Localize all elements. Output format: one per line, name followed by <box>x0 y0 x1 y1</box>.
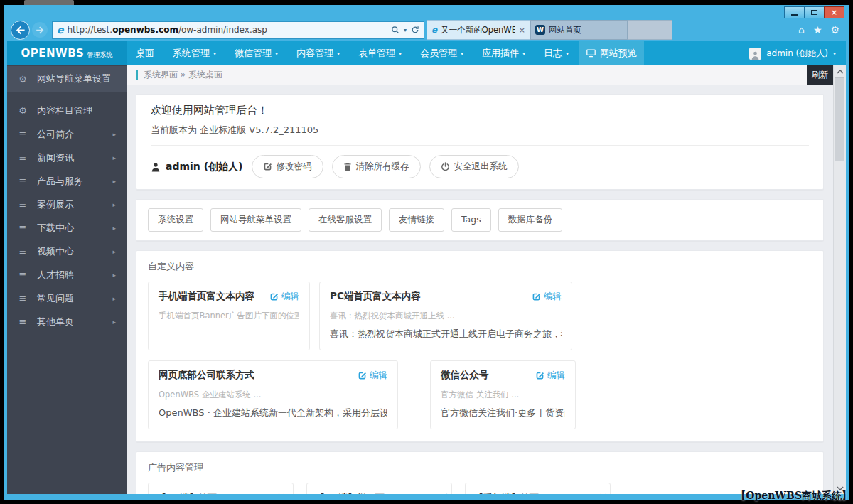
edit-link[interactable]: 编辑 <box>269 291 299 303</box>
address-bar[interactable]: e http://test.openwbs.com/ow-admin/index… <box>52 21 424 39</box>
maximize-button[interactable] <box>804 6 825 18</box>
edit-link[interactable]: 编辑 <box>429 493 458 495</box>
menu-members[interactable]: 会员管理▾ <box>411 41 473 65</box>
sidebar-item-videos[interactable]: ≡视频中心▸ <box>7 240 127 263</box>
user-menu[interactable]: admin (创始人) ▾ <box>749 41 846 65</box>
menu-content[interactable]: 内容管理▾ <box>287 41 349 65</box>
sidebar-item-downloads[interactable]: ≡下载中心▸ <box>7 216 127 240</box>
chevron-up-icon <box>837 70 844 74</box>
home-icon[interactable]: ⌂ <box>798 24 805 36</box>
url-text[interactable]: http://test.openwbs.com/ow-admin/index.a… <box>68 25 387 35</box>
quicklink-online-service[interactable]: 在线客服设置 <box>309 208 382 232</box>
favorites-star-icon[interactable]: ★ <box>813 24 822 36</box>
welcome-panel: 欢迎使用网站管理后台！ 当前版本为 企业标准版 V5.7.2_211105 ad… <box>136 94 824 190</box>
address-bar-tools: ▾ <box>391 26 419 34</box>
refresh-button[interactable]: 刷新 <box>807 65 833 85</box>
close-button[interactable]: × <box>824 6 844 18</box>
ie-icon: e <box>57 24 64 36</box>
browser-window: × e http://test.openwbs.com/ow-admin/ind… <box>4 5 849 500</box>
desktop: × e http://test.openwbs.com/ow-admin/ind… <box>0 0 853 504</box>
watermark: 【OpenWBS商城系统】 <box>736 490 852 503</box>
chevron-right-icon: ▸ <box>112 201 116 208</box>
tab-title: 网站首页 <box>549 25 623 36</box>
maximize-icon <box>811 10 817 15</box>
forward-button[interactable] <box>32 22 48 38</box>
sidebar-item-products[interactable]: ≡产品与服务▸ <box>7 169 127 193</box>
edit-icon <box>532 292 541 301</box>
current-user: admin (创始人) <box>151 161 243 173</box>
scrollbar-thumb[interactable] <box>835 77 844 161</box>
list-icon: ≡ <box>18 222 28 233</box>
menu-desktop[interactable]: 桌面 <box>127 41 163 65</box>
edit-icon <box>263 162 272 171</box>
back-button[interactable] <box>11 21 30 40</box>
tab-site-home[interactable]: W 网站首页 <box>530 20 628 40</box>
chevron-down-icon[interactable]: ▾ <box>404 27 407 33</box>
breadcrumb-bar: 系统界面 » 系统桌面 刷新 <box>127 65 833 85</box>
edit-link[interactable]: 编辑 <box>532 291 562 303</box>
chevron-right-icon: ▸ <box>112 272 116 279</box>
quicklink-tags[interactable]: Tags <box>451 208 491 232</box>
breadcrumb: 系统界面 » 系统桌面 <box>144 69 222 81</box>
chevron-down-icon: ▾ <box>275 50 278 57</box>
menu-wechat[interactable]: 微信管理▾ <box>225 41 287 65</box>
clear-cache-button[interactable]: 清除所有缓存 <box>332 155 421 178</box>
chevron-right-icon: ▸ <box>112 131 116 138</box>
close-icon: × <box>831 8 837 17</box>
minimize-button[interactable] <box>784 6 805 18</box>
list-icon: ≡ <box>18 129 28 139</box>
edit-link[interactable]: 编辑 <box>535 370 565 382</box>
browser-chrome: e http://test.openwbs.com/ow-admin/index… <box>7 18 846 41</box>
tab-openwbs-site[interactable]: e 又一个新的OpenWBS站点 ... × <box>426 20 530 40</box>
menu-logs[interactable]: 日志▾ <box>535 41 578 65</box>
section-title: 自定义内容 <box>148 260 812 273</box>
list-icon: ≡ <box>18 246 28 257</box>
openwbs-favicon: W <box>535 25 545 35</box>
version-text: 当前版本为 企业标准版 V5.7.2_211105 <box>151 124 809 136</box>
menu-forms[interactable]: 表单管理▾ <box>349 41 411 65</box>
tab-close-icon[interactable]: × <box>519 26 525 35</box>
list-icon: ≡ <box>18 199 28 210</box>
admin-app: OPENWBS 管理系统 桌面 系统管理▾ 微信管理▾ 内容管理▾ 表单管理▾ … <box>7 41 846 494</box>
refresh-icon[interactable] <box>411 26 419 34</box>
quicklink-nav-menu-settings[interactable]: 网站导航菜单设置 <box>210 208 301 232</box>
sidebar-item-recruitment[interactable]: ≡人才招聘▸ <box>7 263 127 286</box>
menu-system[interactable]: 系统管理▾ <box>163 41 225 65</box>
sidebar-item-other-pages[interactable]: ≡其他单页▸ <box>7 310 127 333</box>
sidebar: ⚙网站导航菜单设置 ⚙内容栏目管理 ≡公司简介▸ ≡新闻资讯▸ ≡产品与服务▸ … <box>7 65 127 494</box>
sidebar-item-nav-menu-settings[interactable]: ⚙网站导航菜单设置 <box>7 66 127 92</box>
ie-icon: e <box>431 25 437 35</box>
site-preview-button[interactable]: 网站预览 <box>579 41 644 65</box>
person-icon <box>751 50 760 60</box>
card-mobile-home-banner: 【手机端】首页banner 编辑 广告正常运行中 <box>465 483 611 494</box>
scroll-up-button[interactable] <box>834 65 846 77</box>
quicklink-friend-links[interactable]: 友情链接 <box>389 208 444 232</box>
edit-icon <box>429 494 438 495</box>
breadcrumb-accent <box>136 70 138 80</box>
edit-icon <box>583 494 592 495</box>
change-password-button[interactable]: 修改密码 <box>252 155 323 178</box>
logout-button[interactable]: 安全退出系统 <box>429 155 519 178</box>
sidebar-item-content-columns[interactable]: ⚙内容栏目管理 <box>7 99 127 122</box>
sidebar-item-company-profile[interactable]: ≡公司简介▸ <box>7 122 127 146</box>
card-footer-contact: 网页底部公司联系方式 编辑 OpenWBS 企业建站系统 ... OpenWBS… <box>148 360 398 429</box>
search-icon[interactable] <box>391 26 399 34</box>
menu-plugins[interactable]: 应用插件▾ <box>473 41 535 65</box>
quicklink-db-backup[interactable]: 数据库备份 <box>498 208 563 232</box>
logo-subtext: 管理系统 <box>87 50 112 60</box>
chevron-right-icon: ▸ <box>112 154 116 161</box>
edit-link[interactable]: 编辑 <box>358 370 387 382</box>
avatar <box>749 48 761 60</box>
logo-text: OPENWBS <box>21 47 85 60</box>
scrollbar[interactable] <box>833 65 846 494</box>
sidebar-item-faq[interactable]: ≡常见问题▸ <box>7 286 127 310</box>
window-titlebar[interactable]: × <box>7 5 846 18</box>
sidebar-item-cases[interactable]: ≡案例展示▸ <box>7 193 127 216</box>
new-tab-button[interactable] <box>628 20 672 40</box>
settings-gear-icon[interactable]: ⚙ <box>830 24 839 36</box>
person-icon <box>151 162 161 172</box>
edit-link[interactable]: 编辑 <box>261 493 291 495</box>
quicklink-system-settings[interactable]: 系统设置 <box>148 208 203 232</box>
sidebar-item-news[interactable]: ≡新闻资讯▸ <box>7 146 127 169</box>
edit-link[interactable]: 编辑 <box>583 493 613 495</box>
